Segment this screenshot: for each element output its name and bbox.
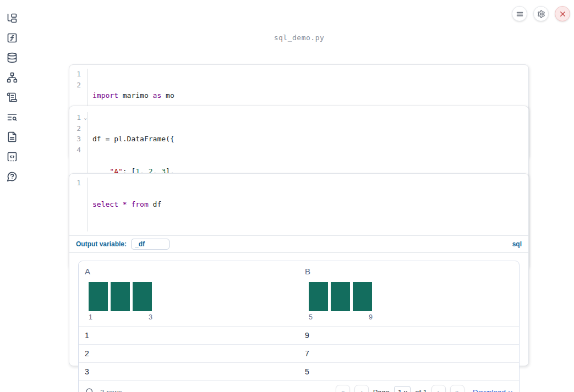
outline-search-icon[interactable] [7,112,18,123]
histogram-max-label: 9 [369,313,373,321]
line-number: 2 [69,80,87,91]
page-select-value: 1 [398,388,402,392]
histogram-bar [133,282,152,311]
line-number: 2 [69,123,87,134]
line-number: 4 [69,145,87,156]
last-page-button[interactable]: » [450,385,464,392]
column-title: A [85,267,299,276]
hamburger-menu-icon[interactable] [512,6,527,21]
code-token: as [153,91,162,100]
column-header-a: A 1 3 [79,267,299,321]
line-number: 3 [69,134,87,145]
first-page-button[interactable]: « [336,385,350,392]
documentation-file-icon[interactable] [7,131,18,142]
code-token: import [92,91,118,100]
histogram-min-label: 5 [309,313,313,321]
histogram-min-label: 1 [89,313,92,321]
histogram-bar [331,282,350,311]
table-row: 3 5 [79,362,519,380]
settings-gear-icon[interactable] [533,6,549,21]
logs-scroll-icon[interactable] [7,92,18,103]
notebook-filename[interactable]: sql_demo.py [24,34,574,42]
histogram-bar [309,282,328,311]
column-histogram: 5 9 [309,282,373,321]
table-cell: 3 [79,367,299,376]
language-badge: sql [512,240,522,248]
page-total-label: of 1 [415,388,427,392]
snippets-code-icon[interactable] [7,151,18,162]
line-number: 1 [69,69,87,80]
column-header-b: B 5 9 [299,267,519,321]
file-explorer-tree-icon[interactable] [7,13,18,24]
table-cell: 2 [79,349,299,358]
next-page-button[interactable]: › [431,385,446,392]
download-button[interactable]: Download [473,388,513,392]
table-cell: 7 [299,349,519,358]
dependency-graph-icon[interactable] [7,72,18,83]
output-variable-label: Output variable: [76,240,127,248]
code-token: * [118,200,131,208]
page-label: Page [373,388,390,392]
column-histogram: 1 3 [89,282,152,321]
shutdown-close-icon[interactable] [555,6,570,21]
code-token: select [92,200,118,208]
histogram-bar [89,282,108,311]
histogram-bar [111,282,130,311]
code-token: marimo [118,91,153,100]
table-cell: 5 [299,367,519,376]
pagination-controls: « ‹ Page 1 of 1 › » Download [336,385,513,392]
notebook-actions [512,6,570,21]
line-number-gutter: 1 [69,178,88,231]
fold-chevron-icon[interactable]: ⌄ [84,113,87,124]
sql-cell: 1 select * from df Output variable: sql … [69,173,529,366]
table-cell: 9 [299,331,519,340]
row-count: 3 rows [100,388,122,392]
histogram-bar [353,282,372,311]
code-token: from [131,200,148,208]
chevron-down-icon [507,389,513,392]
table-header: A 1 3 B [79,261,519,326]
datasources-database-icon[interactable] [7,52,18,63]
code-line: import marimo as mo [92,90,528,101]
table-row: 2 7 [79,344,519,362]
line-number: 1 [69,178,87,189]
download-label: Download [473,388,506,392]
histogram-max-label: 3 [149,313,152,321]
search-icon[interactable] [85,387,95,392]
page-select[interactable]: 1 [394,386,411,392]
dataframe-table: A 1 3 B [78,261,520,392]
code-token: df [149,200,161,208]
code-line: select * from df [92,199,528,210]
code-line: df = pl.DataFrame({ [92,134,528,145]
column-title: B [305,267,519,276]
code-token: mo [161,91,174,100]
panel-sidebar [0,0,24,392]
line-number: 1⌄ [69,112,87,123]
sql-editor[interactable]: select * from df [88,178,528,231]
output-variable-row: Output variable: sql [69,235,528,253]
table-cell: 1 [79,331,299,340]
chevron-down-icon [403,389,408,392]
help-chat-icon[interactable] [7,171,18,182]
helper-functions-icon[interactable] [7,32,18,43]
prev-page-button[interactable]: ‹ [354,385,369,392]
cell-output-area: A 1 3 B [69,253,528,392]
table-row: 1 9 [79,326,519,344]
table-footer: 3 rows « ‹ Page 1 of 1 › » Downl [79,380,519,392]
output-variable-input[interactable] [131,239,170,250]
